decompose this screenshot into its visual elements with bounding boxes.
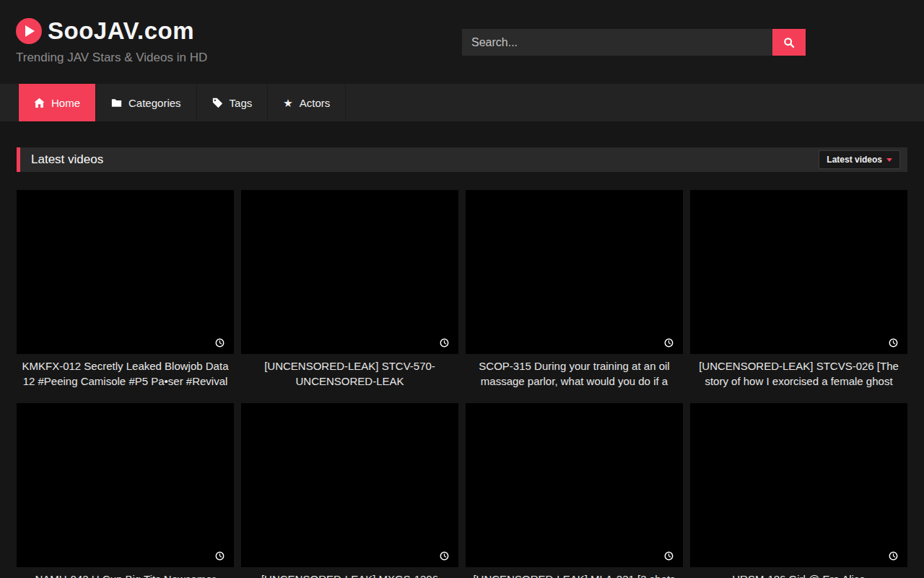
video-thumbnail[interactable] <box>241 190 458 354</box>
video-title[interactable]: [UNCENSORED-LEAK] MLA-231 [3 shots in <box>466 571 683 578</box>
video-title[interactable]: [UNCENSORED-LEAK] STCV-570-UNCENSORED-LE… <box>241 358 458 389</box>
search-form <box>462 29 806 56</box>
sort-dropdown-button[interactable]: Latest videos <box>819 150 900 169</box>
nav-item-label: Actors <box>300 97 331 109</box>
clock-icon <box>215 551 225 561</box>
video-thumbnail[interactable] <box>17 403 234 567</box>
clock-icon <box>664 551 674 561</box>
clock-icon <box>889 338 898 348</box>
video-card[interactable]: SCOP-315 During your training at an oil … <box>466 190 683 389</box>
video-card[interactable]: HRSM-186 Girl @ Era Alice <box>690 403 907 578</box>
video-thumbnail[interactable] <box>17 190 234 354</box>
nav-item-actors[interactable]: ★ Actors <box>268 84 346 121</box>
search-input[interactable] <box>462 29 772 56</box>
home-icon <box>34 98 45 108</box>
nav-item-label: Home <box>51 97 80 109</box>
video-title[interactable]: [UNCENSORED-LEAK] MXGS-1306 Absolutely <box>241 571 458 578</box>
caret-down-icon <box>886 158 892 162</box>
nav-item-tags[interactable]: Tags <box>197 84 269 121</box>
section-title: Latest videos <box>31 152 103 167</box>
video-title[interactable]: NAMH-042 H Cup Big Tits Newcomer (170cm … <box>17 571 234 578</box>
main-content: Latest videos Latest videos KMKFX-012 Se… <box>0 147 924 578</box>
brand-name: SooJAV.com <box>48 17 194 45</box>
clock-icon <box>440 551 449 561</box>
clock-icon <box>440 338 449 348</box>
tag-icon <box>212 98 223 108</box>
video-card[interactable]: KMKFX-012 Secretly Leaked Blowjob Data 1… <box>17 190 234 389</box>
main-nav: Home Categories Tags ★ Actors <box>0 84 924 121</box>
nav-item-label: Categories <box>128 97 181 109</box>
sort-dropdown-label: Latest videos <box>827 155 882 165</box>
clock-icon <box>664 338 674 348</box>
magnifier-icon <box>783 37 795 48</box>
video-thumbnail[interactable] <box>241 403 458 567</box>
section-header: Latest videos Latest videos <box>17 147 907 172</box>
nav-item-home[interactable]: Home <box>18 84 96 121</box>
video-card[interactable]: [UNCENSORED-LEAK] STCV-570-UNCENSORED-LE… <box>241 190 458 389</box>
video-title[interactable]: HRSM-186 Girl @ Era Alice <box>690 571 907 578</box>
video-thumbnail[interactable] <box>466 190 683 354</box>
search-button[interactable] <box>772 29 806 56</box>
site-header: SooJAV.com Trending JAV Stars & Videos i… <box>0 0 924 84</box>
video-card[interactable]: [UNCENSORED-LEAK] MXGS-1306 Absolutely <box>241 403 458 578</box>
play-circle-icon <box>16 18 42 44</box>
video-title[interactable]: SCOP-315 During your training at an oil … <box>466 358 683 389</box>
clock-icon <box>215 338 225 348</box>
video-grid: KMKFX-012 Secretly Leaked Blowjob Data 1… <box>17 190 907 578</box>
video-thumbnail[interactable] <box>690 403 907 567</box>
video-title[interactable]: KMKFX-012 Secretly Leaked Blowjob Data 1… <box>17 358 234 389</box>
video-card[interactable]: [UNCENSORED-LEAK] MLA-231 [3 shots in <box>466 403 683 578</box>
nav-item-label: Tags <box>230 97 253 109</box>
nav-item-categories[interactable]: Categories <box>96 84 197 121</box>
video-card[interactable]: [UNCENSORED-LEAK] STCVS-026 [The story o… <box>690 190 907 389</box>
video-thumbnail[interactable] <box>466 403 683 567</box>
star-icon: ★ <box>283 98 292 108</box>
clock-icon <box>889 551 898 561</box>
video-title[interactable]: [UNCENSORED-LEAK] STCVS-026 [The story o… <box>690 358 907 389</box>
video-thumbnail[interactable] <box>690 190 907 354</box>
video-card[interactable]: NAMH-042 H Cup Big Tits Newcomer (170cm … <box>17 403 234 578</box>
folder-icon <box>111 98 122 108</box>
